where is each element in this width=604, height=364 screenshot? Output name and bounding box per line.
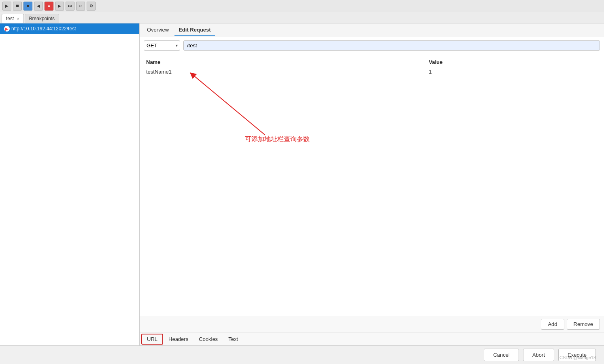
tab-overview[interactable]: Overview	[143, 25, 173, 36]
tab-test-close[interactable]: ×	[17, 17, 19, 21]
tab-bar: test × Breakpoints	[0, 12, 604, 23]
abort-button[interactable]: Abort	[523, 349, 554, 361]
toolbar-btn-play[interactable]: ▶	[2, 2, 11, 11]
annotation-container: 可添加地址栏查询参数	[172, 66, 374, 269]
remove-button[interactable]: Remove	[567, 319, 600, 330]
toolbar: ▶ ⏹ ■ ◀ ● ▶ ⏭ ↩ ⚙	[0, 0, 604, 12]
bottom-tabs: URL Headers Cookies Text	[140, 332, 604, 345]
bottom-tab-text[interactable]: Text	[223, 334, 243, 344]
annotation-text: 可添加地址栏查询参数	[245, 135, 310, 144]
tab-test-label: test	[6, 16, 14, 21]
table-row: testName1 1	[144, 67, 600, 77]
toolbar-btn-red[interactable]: ●	[45, 2, 53, 11]
toolbar-btn-forward[interactable]: ▶	[55, 2, 64, 11]
toolbar-btn-skip[interactable]: ⏭	[66, 2, 74, 11]
main-area: ▶ http://10.10.192.44:12022/test Overvie…	[0, 23, 604, 345]
request-item[interactable]: ▶ http://10.10.192.44:12022/test	[0, 23, 139, 34]
method-url-bar: GET POST PUT DELETE PATCH	[140, 37, 604, 54]
add-button[interactable]: Add	[541, 319, 564, 330]
request-url-label: http://10.10.192.44:12022/test	[11, 26, 76, 32]
right-panel: Overview Edit Request GET POST PUT DELET…	[140, 23, 604, 345]
tab-breakpoints[interactable]: Breakpoints	[25, 14, 59, 23]
bottom-section: Add Remove URL Headers Cookies Text	[140, 316, 604, 345]
method-select[interactable]: GET POST PUT DELETE PATCH	[144, 40, 180, 51]
param-name-cell: testName1	[144, 67, 426, 77]
cancel-button[interactable]: Cancel	[484, 349, 519, 361]
svg-line-1	[192, 74, 265, 135]
url-input[interactable]	[183, 40, 600, 51]
section-tabs: Overview Edit Request	[140, 23, 604, 37]
watermark: CSDN @xiange18	[559, 355, 596, 360]
method-select-wrapper: GET POST PUT DELETE PATCH	[144, 40, 180, 51]
tab-test[interactable]: test ×	[2, 14, 24, 23]
col-value-header: Value	[426, 57, 600, 67]
param-value-cell: 1	[426, 67, 600, 77]
bottom-action-bar: Add Remove	[140, 316, 604, 332]
tab-breakpoints-label: Breakpoints	[29, 16, 55, 21]
toolbar-btn-return[interactable]: ↩	[76, 2, 85, 11]
annotation-arrow-svg	[172, 66, 374, 269]
col-name-header: Name	[144, 57, 426, 67]
params-table: Name Value testName1 1	[144, 57, 600, 76]
footer-bar: Cancel Abort Execute	[0, 345, 604, 364]
toolbar-btn-settings[interactable]: ⚙	[87, 2, 96, 11]
toolbar-btn-blue[interactable]: ■	[23, 2, 32, 11]
bottom-tab-headers[interactable]: Headers	[163, 334, 194, 344]
request-editor: GET POST PUT DELETE PATCH Name Value	[140, 37, 604, 345]
params-section: Name Value testName1 1	[140, 54, 604, 316]
toolbar-btn-stop[interactable]: ⏹	[13, 2, 22, 11]
left-panel: ▶ http://10.10.192.44:12022/test	[0, 23, 140, 345]
bottom-tab-url[interactable]: URL	[141, 334, 163, 345]
request-arrow-icon: ▶	[4, 26, 10, 32]
tab-edit-request[interactable]: Edit Request	[174, 25, 215, 36]
bottom-tab-cookies[interactable]: Cookies	[194, 334, 223, 344]
toolbar-btn-back[interactable]: ◀	[34, 2, 43, 11]
